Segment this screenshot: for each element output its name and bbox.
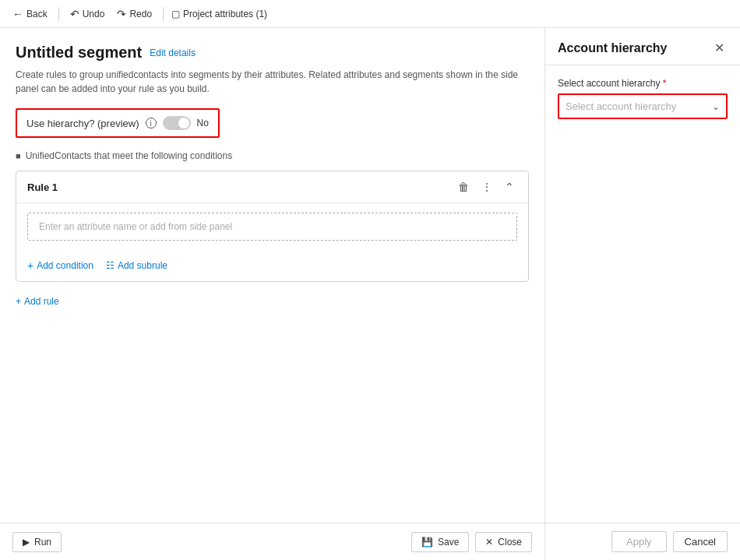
page-description: Create rules to group unifiedcontacts in… bbox=[16, 68, 529, 96]
rule-body: Enter an attribute name or add from side… bbox=[16, 203, 528, 259]
conditions-header: ■ UnifiedContacts that meet the followin… bbox=[16, 150, 529, 161]
right-panel-title: Account hierarchy bbox=[558, 41, 667, 55]
hierarchy-info-icon[interactable]: i bbox=[146, 118, 157, 129]
right-bottom-bar: Apply Cancel bbox=[545, 523, 740, 560]
page-title-row: Untitled segment Edit details bbox=[16, 44, 529, 62]
project-attributes: ▢ Project attributes (1) bbox=[171, 9, 267, 19]
rule-title: Rule 1 bbox=[27, 181, 58, 193]
save-button[interactable]: 💾 Save bbox=[411, 532, 469, 552]
cancel-button[interactable]: Cancel bbox=[673, 531, 728, 552]
right-panel-content: Select account hierarchy * Select accoun… bbox=[545, 65, 740, 523]
more-icon: ⋮ bbox=[481, 181, 492, 193]
close-button[interactable]: ✕ Close bbox=[475, 532, 532, 552]
left-panel: Untitled segment Edit details Create rul… bbox=[0, 28, 545, 560]
toolbar: ← Back ↶ Undo ↷ Redo ▢ Project attribute… bbox=[0, 0, 740, 28]
project-attributes-icon: ▢ bbox=[171, 9, 180, 19]
account-hierarchy-select[interactable]: Select account hierarchy bbox=[559, 95, 726, 118]
edit-details-link[interactable]: Edit details bbox=[150, 48, 196, 58]
redo-icon: ↷ bbox=[117, 8, 126, 20]
plus-icon: + bbox=[27, 259, 33, 272]
hierarchy-toggle[interactable] bbox=[163, 116, 191, 130]
rule-actions: 🗑 ⋮ ⌃ bbox=[455, 179, 517, 195]
conditions-icon: ■ bbox=[16, 151, 21, 160]
main-area: Untitled segment Edit details Create rul… bbox=[0, 28, 740, 560]
run-button[interactable]: ▶ Run bbox=[12, 532, 62, 552]
page-title: Untitled segment bbox=[16, 44, 142, 62]
close-panel-button[interactable]: ✕ bbox=[711, 39, 728, 57]
conditions-text: UnifiedContacts that meet the following … bbox=[26, 150, 232, 161]
select-account-hierarchy-group: Select account hierarchy * Select accoun… bbox=[558, 78, 728, 119]
attribute-input-area[interactable]: Enter an attribute name or add from side… bbox=[27, 213, 517, 241]
rule-header: Rule 1 🗑 ⋮ ⌃ bbox=[16, 171, 528, 203]
subrule-icon: ☷ bbox=[106, 260, 115, 271]
add-rule-button[interactable]: + Add rule bbox=[16, 294, 59, 308]
attribute-placeholder: Enter an attribute name or add from side… bbox=[39, 221, 232, 232]
right-panel: Account hierarchy ✕ Select account hiera… bbox=[545, 28, 740, 560]
separator-2 bbox=[163, 7, 164, 21]
add-rule-plus-icon: + bbox=[16, 296, 21, 307]
toggle-track bbox=[163, 116, 191, 130]
apply-button[interactable]: Apply bbox=[611, 531, 667, 552]
trash-icon: 🗑 bbox=[458, 181, 469, 193]
select-label: Select account hierarchy * bbox=[558, 78, 728, 89]
add-subrule-button[interactable]: ☷ Add subrule bbox=[106, 260, 167, 271]
hierarchy-label: Use hierarchy? (preview) bbox=[26, 118, 139, 129]
hierarchy-section: Use hierarchy? (preview) i No bbox=[16, 108, 220, 138]
close-x-icon: ✕ bbox=[485, 537, 493, 548]
close-panel-icon: ✕ bbox=[714, 41, 724, 55]
bottom-right-actions: 💾 Save ✕ Close bbox=[411, 532, 532, 552]
back-icon: ← bbox=[12, 8, 23, 20]
hierarchy-no-label: No bbox=[197, 118, 209, 129]
toggle-thumb bbox=[178, 118, 189, 129]
rule-card: Rule 1 🗑 ⋮ ⌃ Ent bbox=[16, 171, 529, 282]
redo-button[interactable]: ↷ Redo bbox=[114, 6, 155, 22]
left-bottom-bar: ▶ Run 💾 Save ✕ Close bbox=[0, 523, 544, 560]
left-content: Untitled segment Edit details Create rul… bbox=[0, 28, 544, 523]
required-indicator: * bbox=[663, 78, 667, 89]
rule-footer: + Add condition ☷ Add subrule bbox=[16, 259, 528, 281]
back-button[interactable]: ← Back bbox=[9, 6, 51, 22]
undo-button[interactable]: ↶ Undo bbox=[67, 6, 108, 22]
add-condition-button[interactable]: + Add condition bbox=[27, 259, 93, 272]
chevron-up-icon: ⌃ bbox=[505, 181, 514, 193]
right-panel-header: Account hierarchy ✕ bbox=[545, 28, 740, 65]
save-icon: 💾 bbox=[421, 537, 433, 548]
rule-delete-button[interactable]: 🗑 bbox=[455, 179, 472, 195]
separator bbox=[58, 7, 59, 21]
undo-icon: ↶ bbox=[70, 8, 79, 20]
select-wrapper: Select account hierarchy ⌄ bbox=[558, 93, 728, 119]
rule-collapse-button[interactable]: ⌃ bbox=[502, 179, 517, 195]
rule-more-button[interactable]: ⋮ bbox=[478, 179, 495, 195]
run-icon: ▶ bbox=[23, 537, 30, 548]
